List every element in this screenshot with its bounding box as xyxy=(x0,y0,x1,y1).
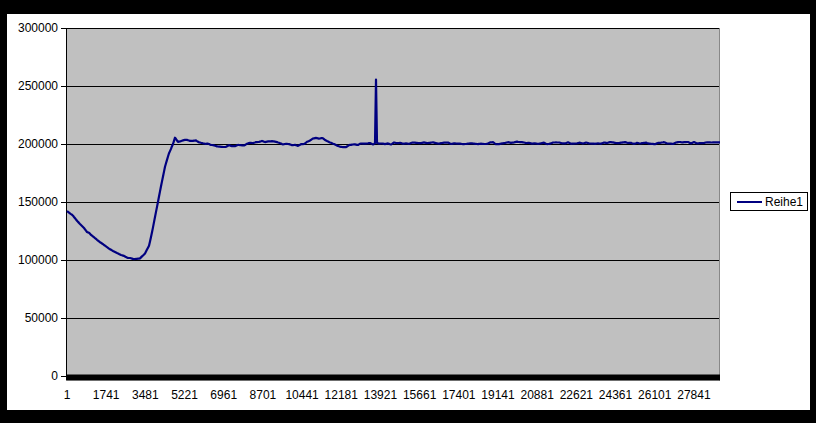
plot-backdrop xyxy=(67,28,720,381)
x-axis-line xyxy=(67,375,720,381)
y-axis-label: 200000 xyxy=(4,137,58,151)
legend-series-label: Reihe1 xyxy=(765,196,803,208)
y-axis-label: 50000 xyxy=(4,311,58,325)
x-axis-label: 27841 xyxy=(671,388,717,402)
legend[interactable]: Reihe1 xyxy=(730,192,808,211)
chart-window: 300000250000200000150000100000500000 117… xyxy=(0,0,816,423)
series-line-icon xyxy=(737,201,762,203)
y-axis-label: 100000 xyxy=(4,253,58,267)
y-axis-label: 150000 xyxy=(4,195,58,209)
plot-area[interactable] xyxy=(0,0,816,423)
y-axis-label: 250000 xyxy=(4,79,58,93)
y-axis-label: 0 xyxy=(4,369,58,383)
y-axis-label: 300000 xyxy=(4,21,58,35)
